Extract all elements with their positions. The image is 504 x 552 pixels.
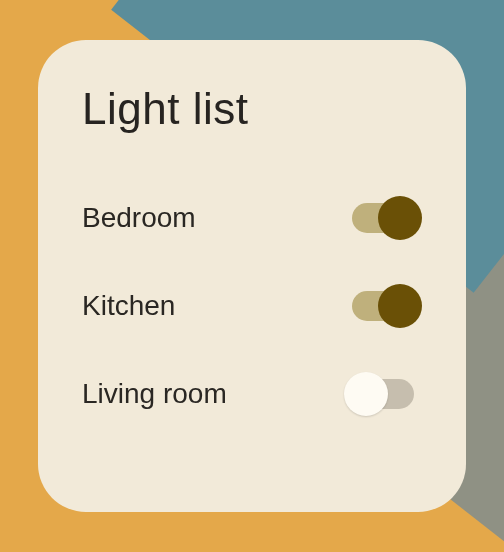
room-label: Living room (82, 378, 227, 410)
room-label: Bedroom (82, 202, 196, 234)
light-row-bedroom: Bedroom (82, 174, 422, 262)
toggle-thumb (378, 284, 422, 328)
light-list-card: Light list Bedroom Kitchen Living room (38, 40, 466, 512)
light-row-kitchen: Kitchen (82, 262, 422, 350)
toggle-thumb (344, 372, 388, 416)
toggle-living-room[interactable] (344, 368, 422, 420)
card-title: Light list (82, 84, 422, 134)
wallpaper: Light list Bedroom Kitchen Living room (0, 0, 504, 552)
room-label: Kitchen (82, 290, 175, 322)
toggle-thumb (378, 196, 422, 240)
toggle-kitchen[interactable] (344, 280, 422, 332)
light-row-living-room: Living room (82, 350, 422, 438)
toggle-bedroom[interactable] (344, 192, 422, 244)
